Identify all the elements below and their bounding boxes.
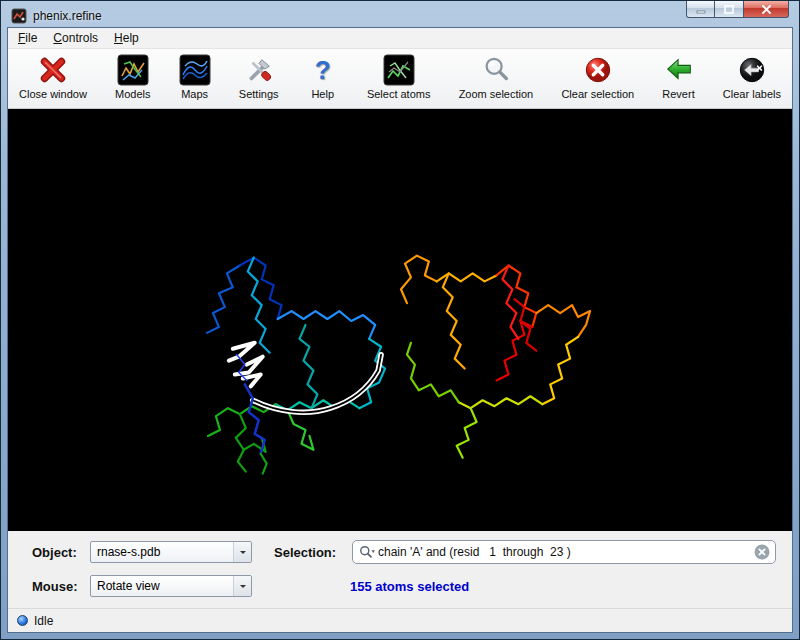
maps-icon xyxy=(179,54,211,86)
chevron-down-icon xyxy=(240,585,246,591)
mouse-combo-arrow[interactable] xyxy=(233,576,251,596)
object-combobox[interactable]: rnase-s.pdb xyxy=(90,541,252,563)
mouse-label: Mouse: xyxy=(32,579,90,594)
toolbar-label: Close window xyxy=(19,88,87,100)
titlebar[interactable]: phenix.refine xyxy=(7,1,793,27)
toolbar-label: Revert xyxy=(662,88,694,100)
object-row: Object: rnase-s.pdb Selection: xyxy=(32,540,776,564)
search-icon[interactable] xyxy=(359,544,375,560)
toolbar-item-models[interactable]: Models xyxy=(112,52,153,102)
revert-icon xyxy=(663,54,695,86)
viewport[interactable] xyxy=(8,109,792,531)
toolbar-item-close-window[interactable]: Close window xyxy=(16,52,90,102)
selection-input[interactable] xyxy=(378,545,751,559)
toolbar-label: Clear selection xyxy=(561,88,634,100)
toolbar-label: Maps xyxy=(181,88,208,100)
close-window-icon xyxy=(37,54,69,86)
atoms-selected-text: 155 atoms selected xyxy=(350,579,469,594)
toolbar-item-help[interactable]: ? Help xyxy=(304,52,342,102)
app-window: phenix.refine File Controls Help xyxy=(0,0,800,640)
question-mark-glyph: ? xyxy=(315,55,331,85)
toolbar-label: Help xyxy=(311,88,334,100)
toolbar-item-maps[interactable]: Maps xyxy=(176,52,214,102)
chevron-down-icon xyxy=(240,551,246,557)
help-icon: ? xyxy=(307,54,339,86)
settings-icon xyxy=(243,54,275,86)
toolbar-item-clear-labels[interactable]: Clear labels xyxy=(720,52,784,102)
mouse-combobox[interactable]: Rotate view xyxy=(90,575,252,597)
status-led-icon xyxy=(17,615,28,626)
object-label: Object: xyxy=(32,545,90,560)
mouse-row: Mouse: Rotate view 155 atoms selected xyxy=(32,574,776,598)
selection-label: Selection: xyxy=(274,545,344,560)
select-atoms-icon xyxy=(383,54,415,86)
app-icon xyxy=(11,8,27,24)
maximize-button[interactable] xyxy=(715,1,744,18)
toolbar-label: Models xyxy=(115,88,150,100)
clear-search-icon[interactable] xyxy=(754,544,770,560)
selection-searchbox[interactable] xyxy=(352,540,776,564)
toolbar-item-zoom-selection[interactable]: Zoom selection xyxy=(456,52,537,102)
minimize-button[interactable] xyxy=(686,1,715,18)
object-value: rnase-s.pdb xyxy=(91,545,233,559)
window-controls xyxy=(686,1,789,18)
menu-item-file[interactable]: File xyxy=(10,28,45,48)
toolbar-item-settings[interactable]: Settings xyxy=(236,52,282,102)
toolbar-item-revert[interactable]: Revert xyxy=(659,52,697,102)
zoom-selection-icon xyxy=(480,54,512,86)
object-combo-arrow[interactable] xyxy=(233,542,251,562)
maximize-icon xyxy=(724,5,734,14)
window-title: phenix.refine xyxy=(33,9,102,23)
status-text: Idle xyxy=(34,614,53,628)
clear-labels-icon xyxy=(736,54,768,86)
molecule-render xyxy=(8,109,792,531)
toolbar: Close window Models xyxy=(8,49,792,109)
minimize-icon xyxy=(696,5,706,14)
toolbar-item-select-atoms[interactable]: Select atoms xyxy=(364,52,434,102)
statusbar: Idle xyxy=(8,608,792,632)
clear-selection-icon xyxy=(582,54,614,86)
toolbar-label: Settings xyxy=(239,88,279,100)
toolbar-label: Clear labels xyxy=(723,88,781,100)
client-area: File Controls Help Close window xyxy=(7,27,793,633)
controls-panel: Object: rnase-s.pdb Selection: xyxy=(8,531,792,608)
menu-item-help[interactable]: Help xyxy=(106,28,147,48)
close-button[interactable] xyxy=(744,1,789,18)
menubar: File Controls Help xyxy=(8,28,792,49)
toolbar-label: Zoom selection xyxy=(459,88,534,100)
toolbar-item-clear-selection[interactable]: Clear selection xyxy=(558,52,637,102)
mouse-value: Rotate view xyxy=(91,579,233,593)
models-icon xyxy=(117,54,149,86)
menu-item-controls[interactable]: Controls xyxy=(45,28,106,48)
toolbar-label: Select atoms xyxy=(367,88,431,100)
close-icon xyxy=(761,5,772,14)
